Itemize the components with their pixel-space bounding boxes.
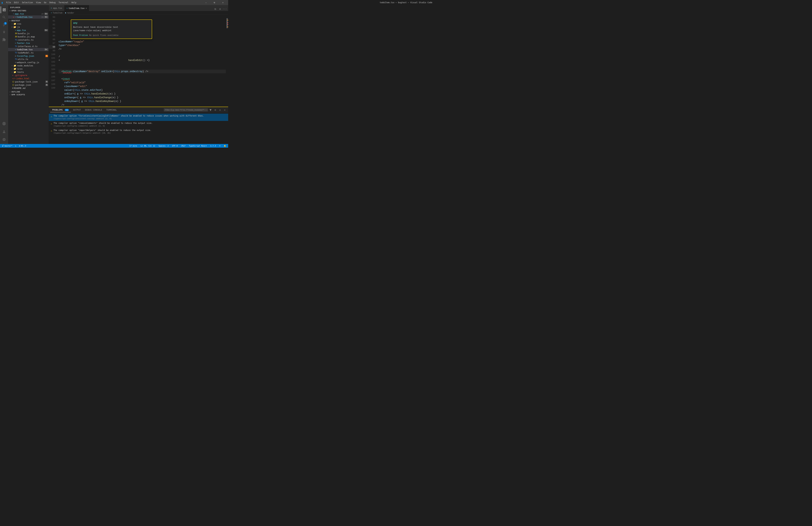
scss-folder[interactable]: › 📁 scss [8, 67, 48, 71]
sidebar-tsx-icon: ⚛ [15, 29, 16, 31]
menu-edit[interactable]: Edit [13, 1, 20, 4]
language-label: TypeScript React [189, 145, 207, 147]
css-chevron: › [12, 23, 13, 25]
error-marker-4 [228, 27, 228, 27]
menu-go[interactable]: Go [43, 1, 48, 4]
git-branch-status[interactable]: master* [1, 145, 13, 147]
feedback-button[interactable]: ☺ [218, 145, 221, 147]
extensions-activity-icon[interactable] [1, 36, 8, 43]
js-folder[interactable]: ▾ 📂 js [8, 25, 48, 29]
more-actions-button[interactable]: ··· [223, 7, 227, 11]
source-control-activity-icon[interactable]: 3 [1, 21, 8, 28]
sync-status[interactable]: ↻ [14, 145, 17, 147]
search-activity-icon[interactable] [1, 14, 8, 21]
menu-help[interactable]: Help [70, 1, 78, 4]
open-editor-todoitem-tsx[interactable]: ✕ ⚛ todoItem.tsx js 9+ [8, 15, 48, 19]
sidebar-utils-ts[interactable]: TS utils.ts [8, 58, 48, 61]
tab-app-tsx[interactable]: ⚛ app.tsx [49, 5, 64, 11]
problem-item-3[interactable]: ⚠ The compiler option "importHelpers" sh… [49, 128, 228, 135]
language-status[interactable]: TypeScript React [188, 145, 207, 147]
terminal-tab[interactable]: TERMINAL [104, 108, 119, 112]
version-status[interactable]: 3.7.3 [209, 145, 216, 147]
notification-bell[interactable]: 🔔 [223, 145, 227, 147]
accounts-activity-icon[interactable] [1, 128, 8, 135]
sidebar-bundle-js-map[interactable]: JS bundle.js.map [8, 35, 48, 38]
open-editor-app-tsx[interactable]: ⚛ app.tsx js 9+ [8, 12, 48, 15]
open-editors-header[interactable]: ▾ OPEN EDITORS [8, 9, 48, 12]
sidebar-footer-tsx-name: footer.tsx [17, 42, 48, 44]
sidebar-package-json[interactable]: {} package.json N [8, 83, 48, 87]
sidebar-js-icon: JS [15, 32, 17, 34]
sidebar-bundle-js[interactable]: JS bundle.js [8, 32, 48, 35]
minimize-button[interactable]: — [202, 0, 210, 5]
sidebar-constants-ts[interactable]: TS constants.ts [8, 38, 48, 42]
editor-scrollbar[interactable] [226, 15, 228, 107]
collapse-panel-button[interactable]: ∧ [218, 108, 222, 112]
sidebar-footer-tsx[interactable]: ⚛ footer.tsx [8, 42, 48, 45]
settings-activity-icon[interactable] [1, 136, 8, 143]
remote-activity-icon[interactable] [1, 120, 8, 127]
close-tab-button[interactable]: ✕ [86, 7, 87, 10]
sidebar-index-html[interactable]: </> index.html [8, 77, 48, 80]
tests-icon: 📁 [14, 71, 16, 73]
output-tab[interactable]: OUTPUT [71, 108, 83, 112]
debug-activity-icon[interactable] [1, 29, 8, 35]
errors-status[interactable]: ⊗ 48 ⚠ 3 [18, 145, 27, 147]
sidebar-gitignore[interactable]: ◇ .gitignore [8, 74, 48, 77]
problem-item-2[interactable]: ⚠ The compiler option "removeComments" s… [49, 121, 228, 128]
filter-icon[interactable] [208, 108, 213, 112]
sidebar-webpack-config-js[interactable]: ⚙ webpack.config.js [8, 61, 48, 64]
npm-scripts-header[interactable]: › NPM SCRIPTS [8, 93, 48, 96]
hover-popup: any Buttons must have discernible text(a… [71, 19, 152, 39]
spaces-status[interactable]: Spaces: 2 [158, 145, 169, 147]
bell-icon: 🔔 [224, 145, 226, 147]
tab-todoitem-tsx[interactable]: ⚛ todoItem.tsx ✕ [64, 5, 89, 11]
outline-header[interactable]: › OUTLINE [8, 90, 48, 93]
split-editor-button[interactable]: ⧉ [213, 7, 217, 11]
menu-debug[interactable]: Debug [48, 1, 57, 4]
menu-terminal[interactable]: Terminal [57, 1, 70, 4]
cursor-position-status[interactable]: Ln 98, Col 12 [140, 145, 156, 147]
peek-problem-link[interactable]: Peek Problem [73, 33, 88, 37]
sidebar-todomodel-ts[interactable]: TS todoModel.ts [8, 51, 48, 54]
code-line-105: onChange={ e => this.handleChange(e) } [59, 96, 226, 99]
maximize-button[interactable]: ⧉ [211, 0, 218, 5]
editor-tabs: ⚛ app.tsx ⚛ todoItem.tsx ✕ ⧉ ⊟ ··· [49, 5, 228, 11]
node-modules-folder[interactable]: › 📁 node_modules [8, 64, 48, 67]
eol-status[interactable]: CRLF [180, 145, 186, 147]
css-folder[interactable]: › 📁 css [8, 22, 48, 25]
code-line-102: className="edit" [59, 85, 226, 88]
close-panel-button[interactable]: ✕ [223, 108, 227, 112]
problems-tab[interactable]: PROBLEMS 51 [50, 108, 71, 112]
breadcrumb-method[interactable]: render [67, 12, 74, 14]
sidebar-interfaces-dts[interactable]: TS interfaces.d.ts [8, 45, 48, 48]
filter-input[interactable] [164, 108, 208, 112]
tests-folder[interactable]: › 📁 tests [8, 71, 48, 74]
git-branch-label: master* [4, 145, 12, 147]
code-editor[interactable]: 90 91 92 93 94 95 96 97 98 99 100 101 10… [49, 15, 228, 107]
js-folder-icon: 📂 [14, 26, 16, 28]
toggle-panel-button[interactable]: ⊟ [218, 7, 222, 11]
sidebar-readme-md[interactable]: ℹ README.md [8, 87, 48, 90]
encoding-status[interactable]: UTF-8 [171, 145, 178, 147]
bugtest-folder-header[interactable]: ▾ BUGTEST [8, 19, 48, 22]
menu-view[interactable]: View [34, 1, 42, 4]
tests-chevron: › [12, 71, 13, 73]
sidebar-app-tsx[interactable]: ⚛ app.tsx 9+ [8, 29, 48, 32]
open-editors-chevron: ▾ [10, 10, 11, 12]
close-button[interactable]: ✕ [219, 0, 227, 5]
explorer-activity-icon[interactable] [1, 6, 8, 13]
debug-console-tab[interactable]: DEBUG CONSOLE [83, 108, 104, 112]
menu-file[interactable]: File [5, 1, 12, 4]
menu-selection[interactable]: Selection [20, 1, 34, 4]
sidebar-todoitem-tsx[interactable]: ⚛ todoItem.tsx 9+ [8, 48, 48, 51]
sidebar-tsconfig-badge: 5 [45, 55, 48, 57]
sidebar-package-lock-json[interactable]: {} package-lock.json N [8, 80, 48, 83]
sidebar-tsconfig-json[interactable]: ⚙ tsconfig.json 5 [8, 54, 48, 58]
copy-panel-button[interactable]: ⊟ [213, 108, 217, 112]
problem-item-1[interactable]: ⚠ The compiler option "forceConsistentCa… [49, 114, 228, 121]
sidebar-pkg-lock-icon: {} [12, 81, 14, 83]
code-line-99 [59, 73, 226, 77]
breadcrumb-component[interactable]: TodoItem [53, 12, 62, 14]
time-status[interactable]: 17 mins [129, 145, 138, 147]
